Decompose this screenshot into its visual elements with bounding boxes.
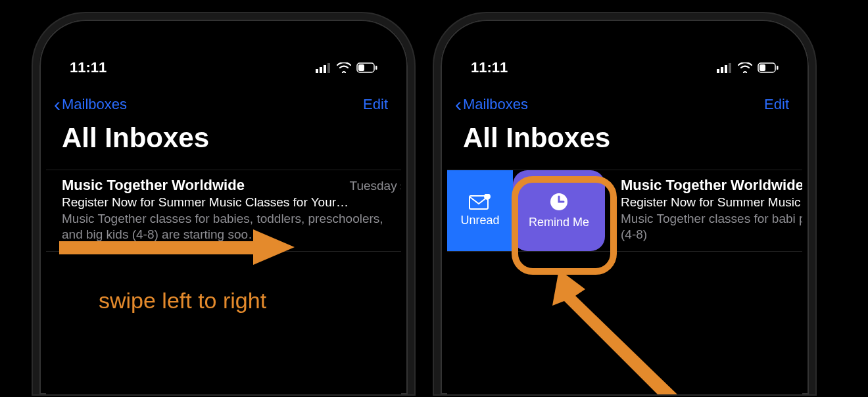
- svg-rect-6: [358, 64, 364, 71]
- svg-rect-0: [316, 69, 318, 73]
- phone-screen-right: 11:11 ‹ Mailboxes Edit All Inboxes: [447, 26, 802, 394]
- email-row[interactable]: Music Together Worldwide Register Now fo…: [605, 170, 802, 249]
- wifi-icon: [738, 62, 752, 73]
- email-row[interactable]: Music Together Worldwide Tuesday › Regis…: [46, 170, 401, 249]
- nav-bar: ‹ Mailboxes Edit: [447, 80, 802, 118]
- chevron-left-icon: ‹: [455, 95, 462, 114]
- back-label: Mailboxes: [463, 96, 528, 113]
- swipe-action-remind[interactable]: Remind Me: [513, 170, 605, 251]
- back-label: Mailboxes: [62, 96, 127, 113]
- email-subject: Register Now for Summer Music Classes fo…: [62, 195, 401, 210]
- status-time: 11:11: [70, 59, 107, 76]
- edit-button[interactable]: Edit: [764, 96, 789, 113]
- svg-rect-1: [320, 67, 322, 73]
- email-subject: Register Now for Summer Music: [621, 195, 802, 210]
- email-sender: Music Together Worldwide: [621, 177, 802, 194]
- chevron-right-icon: ›: [400, 179, 401, 193]
- status-bar: 11:11: [46, 26, 401, 80]
- cellular-icon: [717, 62, 733, 73]
- svg-rect-9: [717, 69, 719, 73]
- svg-rect-15: [760, 64, 765, 71]
- envelope-unread-icon: [469, 194, 491, 210]
- battery-icon: [758, 62, 779, 73]
- status-indicators: [717, 62, 779, 73]
- status-bar: 11:11: [447, 26, 802, 80]
- email-sender: Music Together Worldwide: [62, 177, 245, 194]
- clock-icon: [549, 192, 569, 212]
- annotation-swipe-hint: swipe left to right: [99, 288, 266, 314]
- swipe-actions: Unread Remind Me: [447, 170, 605, 251]
- email-row-container-swiped: Unread Remind Me Music Together Worldwid…: [447, 170, 802, 252]
- svg-rect-2: [324, 65, 326, 73]
- svg-rect-3: [327, 63, 330, 73]
- back-button[interactable]: ‹ Mailboxes: [54, 95, 127, 114]
- edit-button[interactable]: Edit: [363, 96, 388, 113]
- cellular-icon: [316, 62, 331, 73]
- swipe-action-remind-label: Remind Me: [529, 216, 589, 229]
- swipe-action-unread[interactable]: Unread: [447, 170, 513, 251]
- email-date: Tuesday ›: [350, 179, 402, 193]
- chevron-left-icon: ‹: [54, 95, 60, 114]
- battery-icon: [356, 62, 377, 73]
- svg-rect-10: [721, 67, 723, 73]
- page-title: All Inboxes: [46, 118, 401, 170]
- email-preview: Music Together classes for babi preschoo…: [621, 211, 802, 243]
- page-title: All Inboxes: [447, 118, 802, 170]
- tutorial-stage: 11:11 ‹ Mailboxes Edit All Inboxes: [0, 0, 868, 397]
- nav-bar: ‹ Mailboxes Edit: [46, 80, 401, 118]
- svg-rect-5: [375, 66, 377, 70]
- swipe-action-unread-label: Unread: [460, 214, 499, 227]
- svg-rect-12: [729, 63, 731, 73]
- email-row-container: Music Together Worldwide Tuesday › Regis…: [46, 170, 401, 252]
- svg-rect-14: [777, 66, 779, 70]
- svg-marker-19: [552, 269, 677, 394]
- status-indicators: [316, 62, 377, 73]
- wifi-icon: [337, 62, 351, 73]
- phone-screen-left: 11:11 ‹ Mailboxes Edit All Inboxes: [46, 26, 401, 394]
- annotation-arrow-pointer: [546, 269, 690, 394]
- status-time: 11:11: [471, 59, 508, 76]
- back-button[interactable]: ‹ Mailboxes: [455, 95, 528, 114]
- phone-frame-left: 11:11 ‹ Mailboxes Edit All Inboxes: [33, 13, 414, 394]
- email-preview: Music Together classes for babies, toddl…: [62, 211, 401, 243]
- phone-frame-right: 11:11 ‹ Mailboxes Edit All Inboxes: [434, 13, 815, 394]
- svg-rect-11: [725, 65, 727, 73]
